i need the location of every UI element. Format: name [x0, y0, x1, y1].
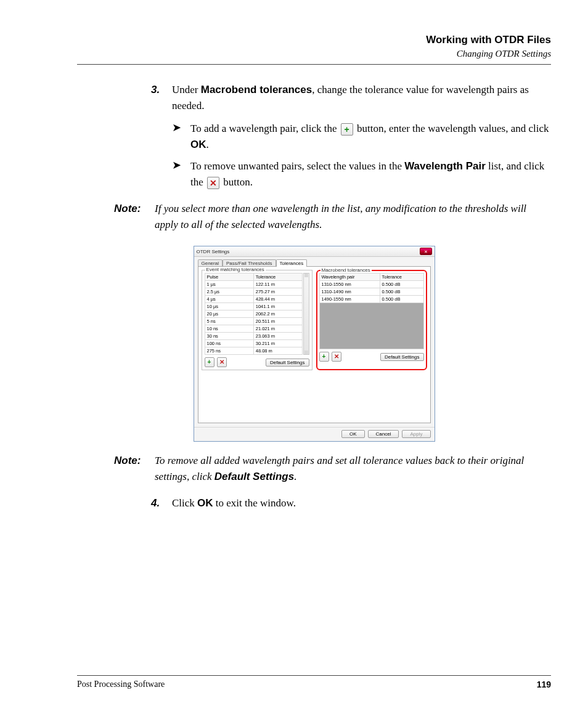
ok-button[interactable]: OK	[341, 430, 365, 438]
dialog-titlebar: OTDR Settings ✕	[194, 246, 435, 257]
otdr-settings-dialog: OTDR Settings ✕ General Pass/Fail Thresh…	[194, 246, 435, 442]
footer-rule	[77, 675, 551, 676]
note-default-settings: Note: To remove all added wavelength pai…	[114, 453, 551, 484]
macrobend-group: Macrobend tolerances Wavelength pair Tol…	[316, 270, 427, 370]
bullet-list: ➤ To add a wavelength pair, click the + …	[172, 121, 551, 190]
table-row: 1310-1490 nm0.500 dB	[319, 288, 423, 296]
note-body: To remove all added wavelength pairs and…	[155, 453, 551, 484]
macrobend-table: Wavelength pair Tolerance 1310-1550 nm0.…	[319, 273, 424, 303]
bullet-arrow-icon: ➤	[172, 158, 190, 190]
group-label: Macrobend tolerances	[321, 267, 372, 273]
cancel-button[interactable]: Cancel	[368, 430, 399, 438]
table-row: 100 ns30.211 m	[205, 340, 303, 347]
step-body: Under Macrobend tolerances, change the t…	[172, 82, 551, 113]
bullet-add-pair: ➤ To add a wavelength pair, click the + …	[172, 121, 551, 152]
step-3: 3. Under Macrobend tolerances, change th…	[151, 82, 551, 113]
table-row: 275 ns48.08 m	[205, 347, 303, 355]
dialog-title: OTDR Settings	[197, 249, 230, 254]
chapter-title: Working with OTDR Files	[77, 34, 551, 46]
empty-rows	[319, 303, 424, 349]
remove-button[interactable]: ✕	[217, 357, 227, 367]
table-row: 20 µs2062.2 m	[205, 310, 303, 318]
note-body: If you select more than one wavelength i…	[155, 201, 551, 232]
default-settings-button[interactable]: Default Settings	[266, 359, 309, 367]
table-row: 1490-1550 nm0.500 dB	[319, 296, 423, 303]
step-number: 3.	[151, 82, 172, 113]
default-settings-button[interactable]: Default Settings	[380, 353, 423, 361]
table-row: 1 µs122.11 m	[205, 281, 303, 288]
col-wavelength-pair: Wavelength pair	[319, 274, 380, 281]
remove-button[interactable]: ✕	[332, 352, 341, 362]
scrollbar[interactable]	[303, 273, 309, 355]
header-rule	[77, 64, 551, 65]
page-header: Working with OTDR Files Changing OTDR Se…	[77, 34, 551, 59]
add-button[interactable]: +	[205, 357, 214, 367]
section-title: Changing OTDR Settings	[77, 49, 551, 59]
table-row: 30 ns23.063 m	[205, 333, 303, 340]
col-tolerance: Tolerance	[253, 274, 302, 281]
page-footer: Post Processing Software 119	[77, 671, 551, 689]
group-label: Event matching tolerances	[205, 267, 266, 272]
product-name: Post Processing Software	[77, 680, 165, 689]
step-4: 4. Click OK to exit the window.	[151, 495, 551, 511]
bullet-arrow-icon: ➤	[172, 121, 190, 152]
apply-button[interactable]: Apply	[402, 430, 430, 438]
table-row: 10 µs1041.1 m	[205, 303, 303, 310]
step-number: 4.	[151, 495, 172, 511]
bullet-remove-pair: ➤ To remove unwanted pairs, select the v…	[172, 158, 551, 190]
note-multiple-wavelengths: Note: If you select more than one wavele…	[114, 201, 551, 232]
col-pulse: Pulse	[205, 274, 253, 281]
dialog-footer: OK Cancel Apply	[194, 427, 435, 441]
note-label: Note:	[114, 201, 155, 232]
table-row: 4 µs428.44 m	[205, 296, 303, 303]
add-button[interactable]: +	[319, 352, 329, 362]
page-number: 119	[537, 680, 551, 689]
col-tolerance: Tolerance	[380, 274, 423, 281]
tolerances-panel: Event matching tolerances Pulse Toleranc…	[198, 266, 431, 423]
event-matching-table: Pulse Tolerance 1 µs122.11 m 2.5 µs275.2…	[205, 273, 303, 355]
note-label: Note:	[114, 453, 155, 484]
delete-icon: ✕	[207, 177, 219, 189]
table-row: 5 ns20.511 m	[205, 318, 303, 325]
event-matching-group: Event matching tolerances Pulse Toleranc…	[202, 270, 312, 370]
table-row: 1310-1550 nm0.500 dB	[319, 281, 423, 288]
table-row: 10 ns21.021 m	[205, 325, 303, 333]
dialog-figure: OTDR Settings ✕ General Pass/Fail Thresh…	[194, 246, 435, 442]
table-row: 2.5 µs275.27 m	[205, 288, 303, 296]
plus-icon: +	[341, 123, 353, 136]
step-body: Click OK to exit the window.	[172, 495, 551, 511]
tab-tolerances[interactable]: Tolerances	[276, 259, 308, 267]
close-icon[interactable]: ✕	[420, 248, 432, 255]
